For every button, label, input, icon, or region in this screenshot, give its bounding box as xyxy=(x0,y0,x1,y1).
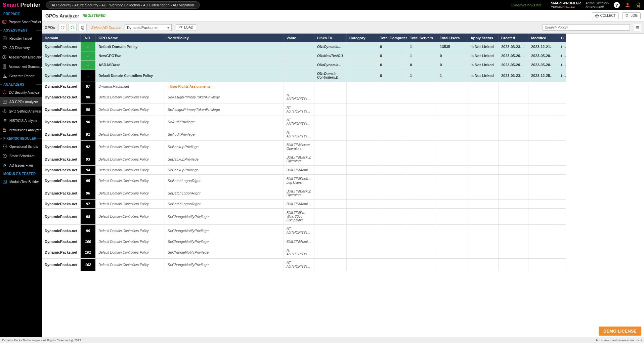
sidebar-item-permissions-analyzer[interactable]: Permissions Analyzer xyxy=(0,125,42,135)
table-group-row[interactable]: DynamicPacks.net+Default Domain PolicyOU… xyxy=(42,42,566,51)
footer-right[interactable]: https://microsoft-assessment.com/ xyxy=(596,339,642,342)
cell: 0 xyxy=(377,42,407,51)
column-header[interactable]: Total Computers xyxy=(377,34,407,42)
table-row[interactable]: DynamicPacks.net97Default Domain Control… xyxy=(42,200,566,209)
cell xyxy=(437,116,468,128)
load-button[interactable]: LOAD xyxy=(176,24,196,31)
table-row[interactable]: DynamicPacks.net94Default Domain Control… xyxy=(42,166,566,175)
table-row[interactable]: DynamicPacks.net95Default Domain Control… xyxy=(42,175,566,187)
table-group-row[interactable]: DynamicPacks.net-Default Domain Controll… xyxy=(42,70,566,82)
cell: 2023-05-20T13:28 xyxy=(499,60,528,70)
hamburger-icon[interactable] xyxy=(634,24,641,31)
cell xyxy=(558,237,566,246)
table-row[interactable]: DynamicPacks.net102Default Domain Contro… xyxy=(42,259,566,271)
cell: DynamicPacks.net xyxy=(42,103,80,116)
table-group-row[interactable]: DynamicPacks.net+NewGPOTwoOU=NewTestOU01… xyxy=(42,51,566,60)
sidebar-item-assessment-execution[interactable]: Assessment Execution xyxy=(0,52,42,62)
collect-button[interactable]: COLLECT xyxy=(592,12,619,19)
log-button[interactable]: LOG xyxy=(622,12,641,19)
sidebar-item-smart-scheduler[interactable]: Smart Scheduler xyxy=(0,151,42,161)
column-header[interactable]: NO. xyxy=(80,34,96,42)
cell: 96 xyxy=(80,187,96,200)
domain-dropdown[interactable]: DynamicPacks.net xyxy=(125,24,172,31)
sidebar-item-label: Assessment Summary xyxy=(9,65,42,69)
column-header[interactable]: GPO Name xyxy=(96,34,165,42)
sidebar-item-dc-security-analyzer[interactable]: DC Security Analyzer xyxy=(0,88,42,97)
sidebar-item-label: Prepare SmartProfiler xyxy=(9,20,41,24)
column-header[interactable]: Total Servers xyxy=(407,34,437,42)
sidebar-item-module-test-builder[interactable]: Module/Test Builder xyxy=(0,177,42,186)
sidebar-item-assessment-summary[interactable]: Assessment Summary xyxy=(0,62,42,71)
sidebar-item-operational-scripts[interactable]: Operational Scripts xyxy=(0,142,42,151)
column-header[interactable]: Category xyxy=(346,34,377,42)
shield-icon xyxy=(2,90,7,95)
cell xyxy=(499,237,528,246)
cell: BUILTIN\Administ xyxy=(284,200,314,209)
cell: 95 xyxy=(80,175,96,187)
cell xyxy=(499,128,528,141)
copy-button[interactable] xyxy=(79,24,87,31)
column-header[interactable]: Value xyxy=(284,34,314,42)
svg-point-15 xyxy=(626,14,628,16)
cell: tr xyxy=(558,51,566,60)
cell xyxy=(558,166,566,175)
table-row[interactable]: DynamicPacks.net88Default Domain Control… xyxy=(42,91,566,103)
column-header[interactable]: Domain xyxy=(42,34,80,42)
cell: BUILTIN\Performa Log Users xyxy=(284,175,314,187)
table-row[interactable]: DynamicPacks.net98Default Domain Control… xyxy=(42,209,566,225)
column-header[interactable]: Created xyxy=(499,34,528,42)
cell: DynamicPacks.net xyxy=(42,259,80,271)
column-header[interactable]: Links To xyxy=(314,34,347,42)
table-row[interactable]: DynamicPacks.net99Default Domain Control… xyxy=(42,225,566,237)
cell: NT AUTHORITY\NETW xyxy=(284,116,314,128)
cell xyxy=(346,82,377,91)
cell xyxy=(377,187,407,200)
column-header[interactable]: Node/Policy xyxy=(165,34,284,42)
sidebar-item-label: NIST/CIS Analyzer xyxy=(9,119,37,123)
cell: SeAssignPrimaryTokenPrivilege xyxy=(165,91,284,103)
search-input[interactable] xyxy=(543,24,630,31)
award-icon[interactable] xyxy=(635,2,641,8)
sidebar-item-label: Register Target xyxy=(9,37,32,40)
cell xyxy=(528,166,558,175)
sidebar-item-prepare-smartprofiler[interactable]: Prepare SmartProfiler xyxy=(0,17,42,27)
lock-icon xyxy=(2,127,7,133)
column-header[interactable]: Apply Status xyxy=(468,34,498,42)
sidebar-item-nist-cis-analyzer[interactable]: NIST/CIS Analyzer xyxy=(0,116,42,125)
refresh-button[interactable] xyxy=(58,24,67,31)
export-button[interactable] xyxy=(69,24,77,31)
table-row[interactable]: DynamicPacks.net92Default Domain Control… xyxy=(42,141,566,153)
table-row[interactable]: DynamicPacks.net96Default Domain Control… xyxy=(42,187,566,200)
sidebar-group-fixer-scheduler: FIXER/SCHEDULER xyxy=(0,135,42,142)
column-header[interactable]: Modified xyxy=(528,34,558,42)
table-group-row[interactable]: DynamicPacks.net+ASDASDasdOU=DynamicPack… xyxy=(42,60,566,70)
cell xyxy=(499,103,528,116)
table-row[interactable]: DynamicPacks.net87DynamicPacks.net--User… xyxy=(42,82,566,91)
table-row[interactable]: DynamicPacks.net90Default Domain Control… xyxy=(42,116,566,128)
column-header[interactable]: Total Users xyxy=(437,34,468,42)
cell: Default Domain Controllers Policy xyxy=(96,70,165,82)
table-row[interactable]: DynamicPacks.net91Default Domain Control… xyxy=(42,128,566,141)
user-icon[interactable] xyxy=(625,2,631,8)
table-row[interactable]: DynamicPacks.net100Default Domain Contro… xyxy=(42,237,566,246)
table-row[interactable]: DynamicPacks.net93Default Domain Control… xyxy=(42,153,566,166)
column-header[interactable]: C xyxy=(558,34,566,42)
sidebar-item-ad-issues-fixer[interactable]: AD Issues Fixer xyxy=(0,161,42,170)
sidebar-item-gpo-setting-analyzer[interactable]: GPO Setting Analyzer xyxy=(0,106,42,116)
cell xyxy=(377,141,407,153)
sidebar-item-generate-report[interactable]: Generate Report xyxy=(0,71,42,81)
sidebar-item-register-target[interactable]: Register Target xyxy=(0,34,42,43)
svg-point-0 xyxy=(627,3,629,5)
table-container[interactable]: DomainNO.GPO NameNode/PolicyValueLinks T… xyxy=(42,34,644,337)
site-link[interactable]: DynamicPacks.net xyxy=(511,3,546,7)
help-icon[interactable]: ? xyxy=(614,2,620,8)
sidebar-item-ad-gpos-analyzer[interactable]: AD GPOs Analyzer xyxy=(0,97,42,106)
cell xyxy=(528,116,558,128)
cell xyxy=(407,91,437,103)
table-row[interactable]: DynamicPacks.net89Default Domain Control… xyxy=(42,103,566,116)
cell: 99 xyxy=(80,225,96,237)
cell xyxy=(437,153,468,166)
cell: 102 xyxy=(80,259,96,271)
table-row[interactable]: DynamicPacks.net101Default Domain Contro… xyxy=(42,246,566,259)
sidebar-item-ad-discovery[interactable]: AD Discovery xyxy=(0,43,42,52)
